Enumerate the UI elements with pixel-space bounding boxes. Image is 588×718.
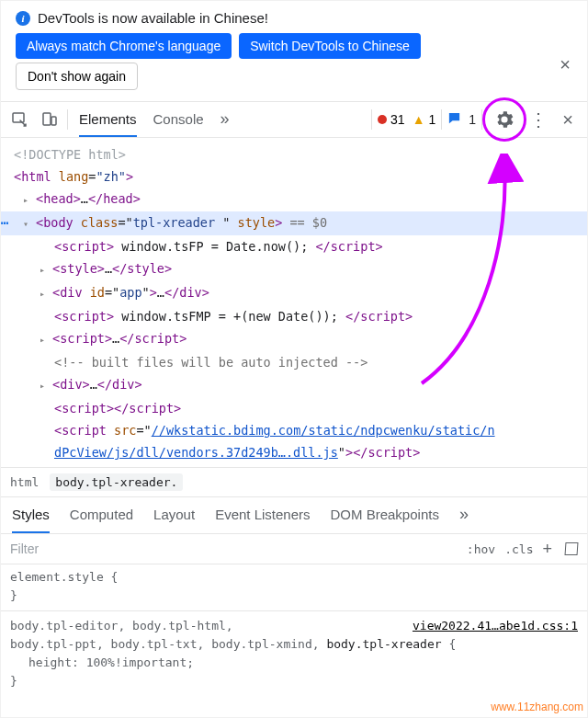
tree-div-app[interactable]: <div id="app">…</div> [14, 281, 587, 305]
status-counters[interactable]: 31 ▲ 1 [378, 112, 435, 127]
tab-event-listeners[interactable]: Event Listeners [215, 497, 310, 533]
message-icon [447, 111, 461, 128]
rule-selector-line[interactable]: view2022.41…abe1d.css:1 body.tpl-editor,… [10, 617, 578, 635]
filter-input[interactable]: Filter [10, 541, 458, 556]
computed-sidebar-icon[interactable] [565, 542, 579, 555]
tree-script2[interactable]: <script> window.tsFMP = +(new Date()); <… [14, 305, 587, 327]
info-icon: i [16, 11, 30, 26]
svg-rect-2 [51, 117, 56, 125]
tree-script1[interactable]: <script> window.tsFP = Date.now(); </scr… [14, 235, 587, 257]
tab-styles[interactable]: Styles [12, 497, 50, 533]
toolbar: Elements Console » 31 ▲ 1 1 ⋮ × [1, 101, 587, 138]
error-icon [378, 115, 387, 124]
tab-elements[interactable]: Elements [79, 102, 137, 137]
elements-tree[interactable]: <!DOCTYPE html> <html lang="zh"> <head>…… [1, 138, 587, 467]
styles-filter-row: Filter :hov .cls + [1, 533, 587, 564]
svg-rect-0 [13, 113, 24, 122]
more-menu-icon[interactable]: ⋮ [526, 108, 550, 131]
match-language-button[interactable]: Always match Chrome's language [16, 33, 232, 59]
device-toolbar-icon[interactable] [38, 108, 62, 131]
dont-show-again-button[interactable]: Don't show again [16, 63, 138, 90]
tree-body-selected[interactable]: ⋯ <body class="tpl-xreader " style> == $… [1, 211, 587, 235]
breadcrumb[interactable]: html body.tpl-xreader. [1, 467, 587, 496]
rule-source-link[interactable]: view2022.41…abe1d.css:1 [413, 617, 578, 635]
tree-html[interactable]: <html lang="zh"> [14, 165, 587, 188]
close-infobar-icon[interactable]: × [554, 54, 576, 75]
tree-script-src1[interactable]: <script src="//wkstatic.bdimg.com/static… [14, 419, 587, 441]
rule-element-style[interactable]: element.style { [10, 568, 578, 587]
tree-script4[interactable]: <script></script> [14, 397, 587, 419]
tree-head[interactable]: <head>…</head> [14, 188, 587, 211]
styles-tabs-overflow-icon[interactable]: » [459, 497, 469, 533]
styles-panel-tabs: Styles Computed Layout Event Listeners D… [1, 496, 587, 533]
cls-toggle[interactable]: .cls [504, 542, 533, 556]
tab-console[interactable]: Console [153, 102, 204, 137]
crumb-body[interactable]: body.tpl-xreader. [50, 473, 183, 491]
tree-script-src2[interactable]: <script src="//wkstatic.bdimg.com/static… [14, 463, 587, 467]
tree-div2[interactable]: <div>…</div> [14, 373, 587, 397]
hov-toggle[interactable]: :hov [467, 542, 495, 556]
info-text: DevTools is now available in Chinese! [38, 10, 268, 26]
svg-rect-1 [43, 113, 51, 125]
tree-script3[interactable]: <script>…</script> [14, 327, 587, 351]
switch-language-button[interactable]: Switch DevTools to Chinese [239, 33, 421, 59]
tree-doctype[interactable]: <!DOCTYPE html> [14, 143, 587, 165]
rule-decl[interactable]: height: 100%!important; [10, 654, 578, 672]
warning-icon: ▲ [413, 112, 425, 127]
rule-close: } [10, 587, 578, 605]
tab-layout[interactable]: Layout [153, 497, 195, 533]
messages-counter[interactable]: 1 [447, 111, 476, 128]
close-devtools-icon[interactable]: × [556, 108, 580, 131]
rule-close2: } [10, 672, 578, 690]
rule-selector-line2[interactable]: body.tpl-ppt, body.tpl-txt, body.tpl-xmi… [10, 635, 578, 654]
crumb-html[interactable]: html [10, 475, 39, 489]
new-rule-icon[interactable]: + [542, 540, 552, 559]
tab-dom-breakpoints[interactable]: DOM Breakpoints [331, 497, 439, 533]
settings-gear-icon[interactable] [492, 108, 516, 131]
tab-computed[interactable]: Computed [70, 497, 133, 533]
inspect-icon[interactable] [8, 108, 32, 131]
tree-script-src1b[interactable]: dPcView/js/dll/vendors.37d249b….dll.js">… [14, 441, 587, 463]
info-bar: i DevTools is now available in Chinese! … [1, 1, 587, 90]
style-rules[interactable]: element.style { } view2022.41…abe1d.css:… [1, 564, 587, 690]
tree-comment[interactable]: <!-- built files will be auto injected -… [14, 351, 587, 373]
watermark: www.11zhang.com [491, 701, 583, 713]
tabs-overflow-icon[interactable]: » [220, 102, 230, 137]
tree-style1[interactable]: <style>…</style> [14, 257, 587, 281]
